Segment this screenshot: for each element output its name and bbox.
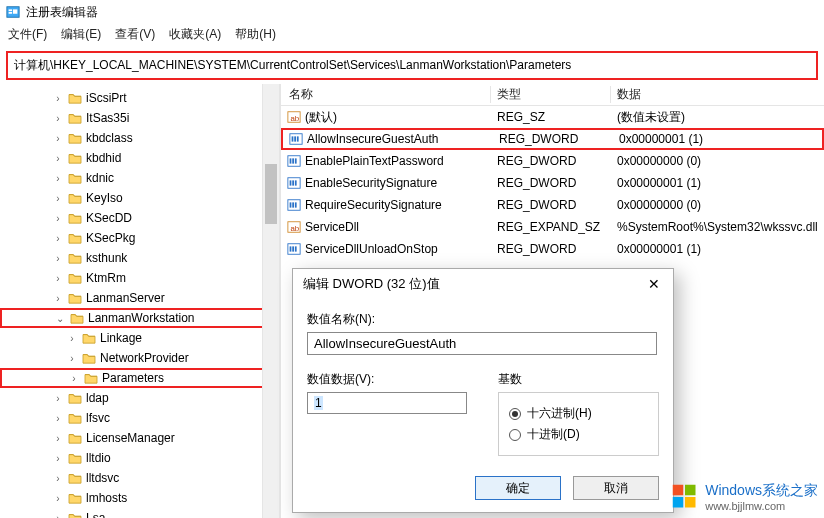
chevron-right-icon[interactable]: ›: [52, 293, 64, 304]
folder-icon: [68, 452, 82, 464]
menu-help[interactable]: 帮助(H): [235, 26, 276, 43]
value-data-label: 数值数据(V):: [307, 371, 468, 388]
chevron-right-icon[interactable]: ›: [52, 253, 64, 264]
tree-item[interactable]: ⌄LanmanWorkstation: [0, 308, 279, 328]
value-row[interactable]: ab(默认)REG_SZ(数值未设置): [281, 106, 824, 128]
value-row[interactable]: RequireSecuritySignatureREG_DWORD0x00000…: [281, 194, 824, 216]
svg-rect-2: [9, 12, 13, 14]
tree-item[interactable]: ›kbdclass: [0, 128, 279, 148]
base-group-label: 基数: [498, 371, 659, 388]
chevron-right-icon[interactable]: ›: [52, 233, 64, 244]
value-row[interactable]: EnableSecuritySignatureREG_DWORD0x000000…: [281, 172, 824, 194]
value-row[interactable]: AllowInsecureGuestAuthREG_DWORD0x0000000…: [281, 128, 824, 150]
radio-dec[interactable]: 十进制(D): [509, 426, 648, 443]
reg-dword-icon: [287, 154, 301, 168]
tree-scrollbar[interactable]: [262, 84, 279, 518]
tree-item-label: Linkage: [100, 331, 142, 345]
tree-item[interactable]: ›lltdsvc: [0, 468, 279, 488]
value-type: REG_DWORD: [493, 132, 613, 146]
tree-item[interactable]: ›iScsiPrt: [0, 88, 279, 108]
svg-rect-19: [290, 202, 292, 207]
tree-item[interactable]: ›kbdhid: [0, 148, 279, 168]
key-tree[interactable]: ›iScsiPrt›ItSas35i›kbdclass›kbdhid›kdnic…: [0, 84, 280, 518]
value-name-input[interactable]: AllowInsecureGuestAuth: [307, 332, 657, 355]
folder-icon: [70, 312, 84, 324]
chevron-right-icon[interactable]: ›: [52, 273, 64, 284]
tree-item[interactable]: ›KtmRm: [0, 268, 279, 288]
tree-item[interactable]: ›LanmanServer: [0, 288, 279, 308]
tree-item[interactable]: ›Linkage: [0, 328, 279, 348]
tree-item[interactable]: ›KSecPkg: [0, 228, 279, 248]
value-type: REG_SZ: [491, 110, 611, 124]
tree-item[interactable]: ›ldap: [0, 388, 279, 408]
radio-dot-icon: [509, 408, 521, 420]
dialog-close-button[interactable]: ✕: [645, 276, 663, 292]
header-name[interactable]: 名称: [281, 86, 491, 103]
scrollbar-thumb[interactable]: [265, 164, 277, 224]
folder-icon: [82, 352, 96, 364]
tree-item-label: LanmanWorkstation: [88, 311, 195, 325]
cancel-button[interactable]: 取消: [573, 476, 659, 500]
value-data: 0x00000001 (1): [611, 242, 824, 256]
chevron-right-icon[interactable]: ›: [52, 433, 64, 444]
tree-item[interactable]: ›Parameters: [0, 368, 279, 388]
list-body: ab(默认)REG_SZ(数值未设置)AllowInsecureGuestAut…: [281, 106, 824, 260]
watermark: Windows系统之家 www.bjjlmw.com: [671, 482, 818, 512]
chevron-right-icon[interactable]: ›: [52, 133, 64, 144]
watermark-url: www.bjjlmw.com: [705, 500, 818, 512]
tree-item[interactable]: ›lmhosts: [0, 488, 279, 508]
chevron-down-icon[interactable]: ⌄: [54, 313, 66, 324]
regedit-app-icon: [6, 5, 20, 19]
value-data: 0x00000001 (1): [613, 132, 822, 146]
tree-item[interactable]: ›Lsa: [0, 508, 279, 518]
chevron-right-icon[interactable]: ›: [52, 93, 64, 104]
radio-hex[interactable]: 十六进制(H): [509, 405, 648, 422]
value-row[interactable]: ServiceDllUnloadOnStopREG_DWORD0x0000000…: [281, 238, 824, 260]
chevron-right-icon[interactable]: ›: [52, 453, 64, 464]
chevron-right-icon[interactable]: ›: [52, 113, 64, 124]
value-row[interactable]: abServiceDllREG_EXPAND_SZ%SystemRoot%\Sy…: [281, 216, 824, 238]
tree-item[interactable]: ›lltdio: [0, 448, 279, 468]
chevron-right-icon[interactable]: ›: [52, 413, 64, 424]
chevron-right-icon[interactable]: ›: [52, 493, 64, 504]
tree-item[interactable]: ›NetworkProvider: [0, 348, 279, 368]
tree-item[interactable]: ›kdnic: [0, 168, 279, 188]
folder-icon: [68, 412, 82, 424]
chevron-right-icon[interactable]: ›: [66, 353, 78, 364]
chevron-right-icon[interactable]: ›: [52, 213, 64, 224]
chevron-right-icon[interactable]: ›: [66, 333, 78, 344]
tree-item[interactable]: ›ksthunk: [0, 248, 279, 268]
folder-icon: [68, 132, 82, 144]
chevron-right-icon[interactable]: ›: [52, 173, 64, 184]
registry-editor-window: 注册表编辑器 文件(F) 编辑(E) 查看(V) 收藏夹(A) 帮助(H) 计算…: [0, 0, 824, 518]
chevron-right-icon[interactable]: ›: [52, 193, 64, 204]
folder-icon: [68, 392, 82, 404]
chevron-right-icon[interactable]: ›: [52, 393, 64, 404]
ok-button[interactable]: 确定: [475, 476, 561, 500]
header-data[interactable]: 数据: [611, 86, 824, 103]
value-row[interactable]: EnablePlainTextPasswordREG_DWORD0x000000…: [281, 150, 824, 172]
chevron-right-icon[interactable]: ›: [52, 513, 64, 519]
menu-file[interactable]: 文件(F): [8, 26, 47, 43]
tree-item-label: kdnic: [86, 171, 114, 185]
value-name: RequireSecuritySignature: [305, 198, 442, 212]
chevron-right-icon[interactable]: ›: [52, 473, 64, 484]
value-data-input[interactable]: 1: [307, 392, 467, 414]
menu-favorites[interactable]: 收藏夹(A): [169, 26, 221, 43]
tree-item[interactable]: ›ItSas35i: [0, 108, 279, 128]
chevron-right-icon[interactable]: ›: [52, 153, 64, 164]
tree-item[interactable]: ›lfsvc: [0, 408, 279, 428]
tree-item[interactable]: ›LicenseManager: [0, 428, 279, 448]
folder-icon: [68, 432, 82, 444]
tree-item[interactable]: ›KSecDD: [0, 208, 279, 228]
tree-item-label: lltdio: [86, 451, 111, 465]
header-type[interactable]: 类型: [491, 86, 611, 103]
menu-edit[interactable]: 编辑(E): [61, 26, 101, 43]
folder-icon: [68, 172, 82, 184]
chevron-right-icon[interactable]: ›: [68, 373, 80, 384]
tree-item[interactable]: ›KeyIso: [0, 188, 279, 208]
menu-view[interactable]: 查看(V): [115, 26, 155, 43]
address-input[interactable]: 计算机\HKEY_LOCAL_MACHINE\SYSTEM\CurrentCon…: [6, 51, 818, 80]
dialog-titlebar[interactable]: 编辑 DWORD (32 位)值 ✕: [293, 269, 673, 299]
value-data: (数值未设置): [611, 109, 824, 126]
